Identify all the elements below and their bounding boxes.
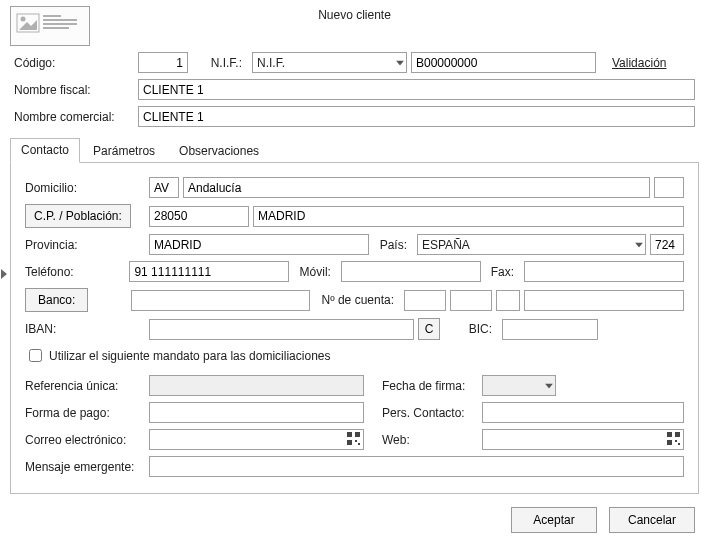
domicilio-tipo-input[interactable] [149,177,179,198]
svg-rect-3 [43,15,61,17]
dialog-new-client: Nuevo cliente Código: N.I.F.: N.I.F. Val… [0,0,709,545]
svg-marker-2 [19,20,37,30]
fax-input[interactable] [524,261,684,282]
telefono-label: Teléfono: [25,265,125,279]
nombre-fiscal-input[interactable] [138,79,695,100]
cuenta-3-input[interactable] [496,290,520,311]
pais-combo[interactable]: ESPAÑA [417,234,646,255]
referencia-label: Referencia única: [25,379,145,393]
movil-label: Móvil: [293,265,336,279]
numero-cuenta-label: Nº de cuenta: [314,293,400,307]
forma-pago-label: Forma de pago: [25,406,145,420]
svg-rect-5 [43,23,77,25]
svg-rect-6 [43,27,69,29]
chevron-down-icon [545,383,553,388]
mandato-checkbox[interactable] [29,349,42,362]
nombre-comercial-input[interactable] [138,106,695,127]
domicilio-label: Domicilio: [25,181,145,195]
cancelar-button[interactable]: Cancelar [609,507,695,533]
forma-pago-input[interactable] [149,402,364,423]
pais-code-input[interactable] [650,234,684,255]
provincia-input[interactable] [149,234,369,255]
iban-label: IBAN: [25,322,145,336]
telefono-input[interactable] [129,261,289,282]
bic-label: BIC: [444,322,498,336]
iban-calc-button[interactable]: C [418,318,440,340]
svg-marker-10 [545,383,553,388]
expand-handle-icon[interactable] [0,268,8,280]
nif-type-value: N.I.F. [257,56,285,70]
tab-observaciones[interactable]: Observaciones [168,139,270,163]
nif-type-combo[interactable]: N.I.F. [252,52,407,73]
poblacion-input[interactable] [253,206,684,227]
fax-label: Fax: [485,265,520,279]
validacion-link[interactable]: Validación [612,56,666,70]
cp-poblacion-cell: C.P. / Población: [25,204,145,228]
banco-cell: Banco: [25,288,127,312]
bic-input[interactable] [502,319,598,340]
pais-label: País: [373,238,413,252]
svg-marker-9 [635,242,643,247]
dialog-title: Nuevo cliente [90,8,619,22]
mensaje-input[interactable] [149,456,684,477]
nif-input[interactable] [411,52,596,73]
domicilio-nombre-input[interactable] [183,177,650,198]
chevron-down-icon [635,242,643,247]
mandato-label: Utilizar el siguiente mandato para las d… [49,349,330,363]
provincia-label: Provincia: [25,238,145,252]
web-label: Web: [368,433,478,447]
fecha-firma-combo [482,375,556,396]
cuenta-2-input[interactable] [450,290,492,311]
svg-rect-4 [43,19,77,21]
aceptar-button[interactable]: Aceptar [511,507,597,533]
correo-input[interactable] [149,429,364,450]
tabstrip: Contacto Parámetros Observaciones [10,137,699,163]
cuenta-4-input[interactable] [524,290,684,311]
cp-input[interactable] [149,206,249,227]
dialog-footer: Aceptar Cancelar [0,497,709,545]
tab-panel-contacto: Domicilio: C.P. / Población: Provincia: … [10,163,699,494]
chevron-down-icon [396,60,404,65]
domicilio-extra-input[interactable] [654,177,684,198]
fecha-firma-label: Fecha de firma: [368,379,478,393]
referencia-input [149,375,364,396]
codigo-input[interactable] [138,52,188,73]
nif-label: N.I.F.: [192,56,248,70]
nombre-fiscal-label: Nombre fiscal: [14,83,134,97]
banco-button[interactable]: Banco: [25,288,88,312]
tab-contacto[interactable]: Contacto [10,138,80,163]
dialog-header: Nuevo cliente [0,0,709,46]
correo-label: Correo electrónico: [25,433,145,447]
nombre-comercial-label: Nombre comercial: [14,110,134,124]
cuenta-1-input[interactable] [404,290,446,311]
client-card-icon [10,6,90,46]
pais-value: ESPAÑA [422,238,470,252]
mensaje-label: Mensaje emergente: [25,460,145,474]
header-form: Código: N.I.F.: N.I.F. Validación Nombre… [0,46,709,127]
svg-point-1 [21,17,26,22]
pers-contacto-label: Pers. Contacto: [368,406,478,420]
tab-parametros[interactable]: Parámetros [82,139,166,163]
movil-input[interactable] [341,261,481,282]
pers-contacto-input[interactable] [482,402,684,423]
cp-poblacion-button[interactable]: C.P. / Población: [25,204,131,228]
svg-marker-7 [396,60,404,65]
banco-input[interactable] [131,290,310,311]
codigo-label: Código: [14,56,134,70]
web-input[interactable] [482,429,684,450]
svg-marker-8 [1,269,7,279]
iban-input[interactable] [149,319,414,340]
